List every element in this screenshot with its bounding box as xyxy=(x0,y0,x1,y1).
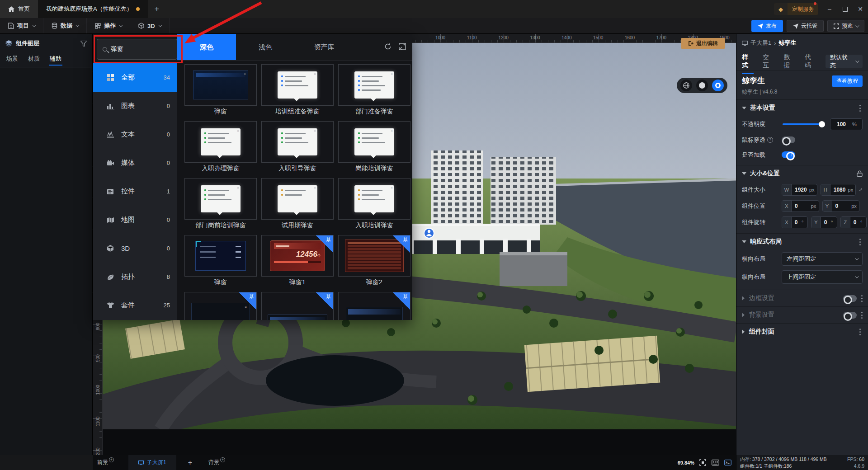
component-thumbnail[interactable] xyxy=(184,235,257,277)
console-button[interactable] xyxy=(723,459,732,466)
category-控件[interactable]: 控件1 xyxy=(93,177,177,206)
more-options-icon[interactable] xyxy=(859,105,861,106)
menu-3D[interactable]: 3D xyxy=(130,18,170,33)
home-tab[interactable]: 首页 xyxy=(0,0,38,18)
background-button[interactable]: 背景 + xyxy=(204,459,230,466)
background-label: 背景 xyxy=(208,459,219,466)
component-thumbnail[interactable]: × xyxy=(261,121,334,163)
opacity-slider[interactable] xyxy=(783,123,825,125)
tab-style[interactable]: 样式 xyxy=(742,49,754,74)
cloud-host-button[interactable]: 云托管 xyxy=(787,20,824,32)
component-thumbnail[interactable]: ×基 xyxy=(184,292,257,320)
layers-tab-辅助[interactable]: 辅助 xyxy=(50,55,61,66)
more-options-icon[interactable] xyxy=(861,312,863,313)
lock-icon[interactable] xyxy=(857,170,863,177)
section-header[interactable]: 边框设置 xyxy=(736,290,868,306)
sphere-mode-button[interactable] xyxy=(696,80,708,91)
component-thumbnail[interactable]: × xyxy=(338,64,410,106)
foreground-button[interactable]: 前景 + xyxy=(93,459,118,466)
add-foreground-icon[interactable]: + xyxy=(109,457,114,462)
menu-项目[interactable]: 项目 xyxy=(0,18,43,33)
vertical-layout-select[interactable]: 上间距固定 xyxy=(782,270,863,284)
exit-edit-button[interactable]: 退出编辑 xyxy=(681,38,725,49)
component-thumbnail[interactable]: 基 xyxy=(338,292,410,320)
load-toggle[interactable] xyxy=(782,151,795,158)
close-button[interactable]: ✕ xyxy=(853,0,868,18)
height-input[interactable]: H1080px xyxy=(821,184,856,196)
section-header[interactable]: 组件封面 xyxy=(736,324,868,340)
tab-code[interactable]: 代码 xyxy=(805,49,816,74)
expand-icon[interactable] xyxy=(399,43,406,50)
rotate-x-input[interactable]: X0° xyxy=(782,216,808,228)
shortcut-keys-button[interactable] xyxy=(711,459,720,466)
x-input[interactable]: X0px xyxy=(782,200,819,212)
add-screen-button[interactable]: + xyxy=(176,459,204,467)
menu-bar: 项目数据操作3D xyxy=(0,18,868,34)
person-marker[interactable] xyxy=(424,228,434,238)
width-input[interactable]: W1920px xyxy=(782,184,817,196)
new-tab-button[interactable]: + xyxy=(148,0,166,18)
component-thumbnail[interactable]: × xyxy=(184,178,257,220)
maximize-button[interactable] xyxy=(837,0,853,18)
rotate-z-input[interactable]: Z0° xyxy=(840,216,867,228)
category-地图[interactable]: 地图0 xyxy=(93,206,177,234)
category-全部[interactable]: 全部34 xyxy=(93,63,177,92)
fit-screen-button[interactable] xyxy=(698,459,707,466)
section-header[interactable]: 背景设置 xyxy=(736,307,868,323)
tab-data[interactable]: 数据 xyxy=(784,49,796,74)
more-options-icon[interactable] xyxy=(859,329,861,330)
globe-mode-button[interactable] xyxy=(680,80,692,91)
category-套件[interactable]: 套件25 xyxy=(93,291,177,320)
section-header[interactable]: 基本设置 xyxy=(736,100,868,116)
border-toggle[interactable] xyxy=(843,295,857,302)
publish-button[interactable]: 发布 xyxy=(751,20,783,32)
document-tab[interactable]: 我的建筑底座场景A（性能优先） xyxy=(38,0,148,18)
state-dropdown[interactable]: 默认状态 xyxy=(826,55,863,68)
tab-interaction[interactable]: 交互 xyxy=(763,49,774,74)
component-thumbnail[interactable]: × xyxy=(261,178,334,220)
view-tutorial-button[interactable]: 查看教程 xyxy=(832,75,863,87)
gallery-tab-浅色[interactable]: 浅色 xyxy=(236,34,295,60)
minimize-button[interactable]: – xyxy=(822,0,837,18)
orbit-mode-button[interactable] xyxy=(712,80,724,91)
custom-service-button[interactable]: ◆ 定制服务 xyxy=(774,3,818,15)
more-options-icon[interactable] xyxy=(861,295,863,296)
preview-button[interactable]: 预览 xyxy=(827,20,864,32)
layers-tab-材质[interactable]: 材质 xyxy=(28,55,40,66)
menu-操作[interactable]: 操作 xyxy=(87,18,130,33)
link-icon[interactable] xyxy=(859,187,863,193)
component-thumbnail[interactable]: 基 xyxy=(261,292,334,320)
more-options-icon[interactable] xyxy=(859,239,861,240)
component-thumbnail[interactable]: × xyxy=(338,178,410,220)
y-input[interactable]: Y0px xyxy=(822,200,860,212)
add-background-icon[interactable]: + xyxy=(220,457,225,462)
category-图表[interactable]: 图表0 xyxy=(93,92,177,120)
screen-tab[interactable]: 子大屏1 xyxy=(128,455,176,470)
category-媒体[interactable]: 媒体0 xyxy=(93,149,177,177)
component-thumbnail[interactable]: × xyxy=(184,121,257,163)
category-3D[interactable]: 3D0 xyxy=(93,234,177,263)
component-thumbnail[interactable]: × xyxy=(338,121,410,163)
mouse-through-toggle[interactable] xyxy=(782,136,795,143)
help-icon[interactable]: ? xyxy=(767,137,773,143)
layers-tab-场景[interactable]: 场景 xyxy=(6,55,18,66)
component-thumbnail[interactable]: 12456个基 xyxy=(261,235,334,277)
component-thumbnail[interactable]: × xyxy=(184,64,257,106)
horizontal-layout-select[interactable]: 左间距固定 xyxy=(782,252,863,266)
opacity-input[interactable]: 100 % xyxy=(830,118,863,130)
component-thumbnail[interactable]: × xyxy=(261,64,334,106)
category-文本[interactable]: 文本0 xyxy=(93,120,177,149)
component-thumbnail[interactable]: 基 xyxy=(338,235,410,277)
category-拓扑[interactable]: 拓扑8 xyxy=(93,263,177,291)
gallery-tab-深色[interactable]: 深色 xyxy=(177,34,236,60)
background-toggle[interactable] xyxy=(843,312,857,319)
gallery-tab-资产库[interactable]: 资产库 xyxy=(295,34,354,60)
category-count: 0 xyxy=(167,131,170,138)
breadcrumb-parent[interactable]: 子大屏1 xyxy=(750,39,771,47)
section-header[interactable]: 响应式布局 xyxy=(736,234,868,250)
filter-icon[interactable] xyxy=(80,41,87,47)
refresh-icon[interactable] xyxy=(384,43,392,50)
section-header[interactable]: 大小&位置 xyxy=(736,165,868,182)
rotate-y-input[interactable]: Y0° xyxy=(811,216,837,228)
menu-数据[interactable]: 数据 xyxy=(43,18,87,33)
